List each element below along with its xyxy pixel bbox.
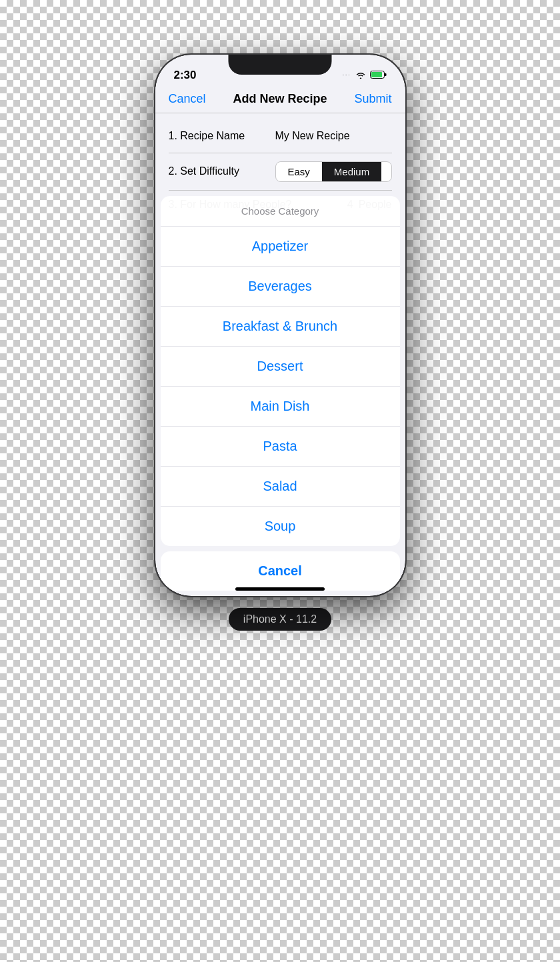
category-beverages[interactable]: Beverages <box>161 267 400 307</box>
svg-rect-1 <box>385 73 387 76</box>
difficulty-row: 2. Set Difficulty Easy Medium Hard <box>169 153 392 191</box>
action-sheet-header: Choose Category <box>161 196 400 227</box>
device-label: iPhone X - 11.2 <box>229 608 331 631</box>
wifi-icon <box>355 69 366 81</box>
action-sheet-cancel: Cancel <box>161 551 400 591</box>
hard-button[interactable]: Hard <box>381 162 391 181</box>
phone-wrapper: 2:30 ··· <box>150 55 410 908</box>
cancel-button[interactable]: Cancel <box>169 92 206 106</box>
category-main-dish[interactable]: Main Dish <box>161 387 400 427</box>
recipe-name-label: 1. Recipe Name <box>169 130 275 142</box>
category-dessert[interactable]: Dessert <box>161 347 400 387</box>
category-salad[interactable]: Salad <box>161 467 400 507</box>
difficulty-label: 2. Set Difficulty <box>169 165 275 177</box>
action-sheet-overlay: Choose Category Appetizer Beverages Brea… <box>155 196 405 596</box>
page-title: Add New Recipe <box>233 92 327 106</box>
screen: 2:30 ··· <box>155 55 405 596</box>
category-appetizer[interactable]: Appetizer <box>161 227 400 267</box>
svg-rect-2 <box>371 72 382 77</box>
phone-body: 2:30 ··· <box>155 55 405 596</box>
nav-bar: Cancel Add New Recipe Submit <box>155 87 405 113</box>
battery-icon <box>370 69 387 81</box>
easy-button[interactable]: Easy <box>276 162 322 181</box>
category-breakfast-brunch[interactable]: Breakfast & Brunch <box>161 307 400 347</box>
status-icons: ··· <box>343 69 387 81</box>
category-soup[interactable]: Soup <box>161 507 400 546</box>
dots-icon: ··· <box>343 72 351 78</box>
action-sheet-main: Choose Category Appetizer Beverages Brea… <box>161 196 400 546</box>
difficulty-segment: Easy Medium Hard <box>275 161 392 182</box>
status-time: 2:30 <box>174 69 197 82</box>
action-sheet-cancel-button[interactable]: Cancel <box>161 551 400 591</box>
home-indicator <box>235 587 325 591</box>
category-pasta[interactable]: Pasta <box>161 427 400 467</box>
recipe-name-row: 1. Recipe Name <box>169 120 392 153</box>
medium-button[interactable]: Medium <box>322 162 381 181</box>
notch <box>229 55 332 75</box>
submit-button[interactable]: Submit <box>354 92 391 106</box>
recipe-name-input[interactable] <box>275 130 405 142</box>
